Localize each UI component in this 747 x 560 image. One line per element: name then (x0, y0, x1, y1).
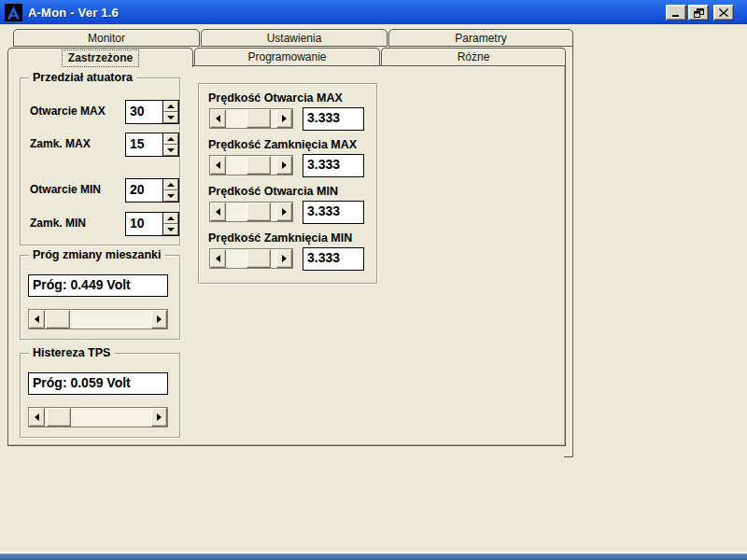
predkosc-zamkniecia-min-scrollbar-track[interactable] (226, 249, 276, 268)
groupbox-prog-zmiany-mieszanki: Próg zmiany mieszanki Próg: 0.449 Volt (20, 255, 180, 340)
arrow-left-icon (216, 255, 220, 262)
application-window: A-Mon - Ver 1.6 Monitor Ustawienia (0, 0, 747, 560)
zamk-max-spin-down-button[interactable] (163, 145, 178, 156)
hysteresis-threshold-field[interactable]: Próg: 0.059 Volt (28, 372, 168, 395)
label-otwarcie-min: Otwarcie MIN (30, 183, 101, 196)
arrow-left-icon (216, 115, 220, 122)
close-button[interactable] (713, 5, 734, 21)
spinedit-zamk-max: 15 (125, 133, 179, 157)
arrow-down-icon (167, 194, 175, 198)
close-icon (719, 8, 728, 17)
tab-zastrzezone-label: Zastrzeżone (63, 50, 138, 66)
spinedit-zamk-min: 10 (125, 212, 179, 236)
predkosc-otwarcia-min-scroll-right-button[interactable] (276, 203, 292, 221)
arrow-left-icon (35, 315, 39, 323)
mixture-scroll-right-button[interactable] (151, 310, 167, 329)
otwarcie-min-input[interactable]: 20 (126, 179, 162, 202)
minimize-button[interactable] (666, 5, 686, 21)
arrow-down-icon (167, 148, 175, 152)
tab-monitor-label: Monitor (88, 32, 125, 45)
otwarcie-max-spin-down-button[interactable] (163, 112, 178, 123)
zamk-min-input[interactable]: 10 (126, 213, 162, 235)
otwarcie-max-input[interactable]: 30 (126, 101, 162, 123)
tab-ustawienia[interactable]: Ustawienia (201, 29, 388, 47)
label-predkosc-otwarcia-max: Prędkość Otwarcia MAX (208, 91, 343, 105)
ghost-page-right-border (572, 47, 573, 456)
predkosc-otwarcia-max-scrollbar (209, 108, 293, 129)
predkosc-otwarcia-max-scrollbar-thumb[interactable] (247, 109, 271, 128)
predkosc-zamkniecia-min-scrollbar-thumb[interactable] (247, 249, 271, 268)
tab-rozne[interactable]: Różne (381, 48, 566, 65)
tab-parametry-label: Parametry (455, 32, 506, 45)
zamk-max-input[interactable]: 15 (126, 133, 162, 156)
zamk-min-spin-down-button[interactable] (163, 224, 178, 235)
predkosc-zamkniecia-max-scrollbar-thumb[interactable] (247, 156, 271, 175)
tab-page-zastrzezone: Przedział atuatora Otwarcie MAX 30 Zamk.… (7, 65, 566, 446)
predkosc-otwarcia-max-scrollbar-track[interactable] (226, 109, 276, 128)
predkosc-otwarcia-min-scroll-left-button[interactable] (210, 203, 226, 221)
predkosc-otwarcia-max-field[interactable]: 3.333 (303, 107, 364, 131)
mixture-scroll-left-button[interactable] (29, 310, 45, 329)
arrow-left-icon (216, 161, 220, 169)
predkosc-otwarcia-min-scrollbar-track[interactable] (226, 203, 276, 221)
mixture-scrollbar-thumb[interactable] (46, 310, 70, 329)
tab-monitor[interactable]: Monitor (13, 29, 200, 47)
zamk-min-spin-up-button[interactable] (163, 213, 178, 224)
app-logo-icon (5, 4, 22, 21)
mixture-threshold-field[interactable]: Próg: 0.449 Volt (28, 274, 168, 297)
predkosc-otwarcia-min-field[interactable]: 3.333 (303, 201, 364, 224)
predkosc-zamkniecia-max-scroll-left-button[interactable] (210, 156, 226, 175)
arrow-left-icon (216, 208, 220, 216)
tab-programowanie-label: Programowanie (247, 50, 326, 63)
minimize-icon (671, 8, 681, 18)
predkosc-zamkniecia-max-scroll-right-button[interactable] (276, 156, 292, 175)
otwarcie-max-spin-up-button[interactable] (163, 101, 178, 112)
predkosc-otwarcia-min-scrollbar-thumb[interactable] (247, 203, 271, 221)
title-bar: A-Mon - Ver 1.6 (0, 0, 747, 24)
mixture-threshold-scrollbar (28, 309, 168, 329)
restore-button[interactable] (688, 5, 709, 21)
arrow-right-icon (157, 413, 162, 421)
predkosc-otwarcia-max-scroll-left-button[interactable] (210, 109, 226, 128)
spinedit-otwarcie-min: 20 (125, 178, 179, 203)
zamk-max-spin-up-button[interactable] (163, 133, 178, 145)
arrow-down-icon (167, 228, 175, 231)
predkosc-zamkniecia-max-field[interactable]: 3.333 (303, 154, 364, 177)
groupbox-histereza-tps-title: Histereza TPS (29, 346, 114, 359)
predkosc-zamkniecia-min-scroll-right-button[interactable] (276, 249, 292, 268)
hysteresis-scrollbar-track[interactable] (45, 408, 151, 427)
predkosc-zamkniecia-min-scroll-left-button[interactable] (210, 249, 226, 268)
ghost-page-bottom-border (564, 456, 573, 457)
predkosc-otwarcia-max-scroll-right-button[interactable] (276, 109, 292, 128)
tab-zastrzezone[interactable]: Zastrzeżone (7, 48, 193, 67)
frame-predkosci: Prędkość Otwarcia MAX 3.333 Prędkość Zam… (198, 83, 377, 284)
label-otwarcie-max: Otwarcie MAX (30, 105, 106, 118)
otwarcie-min-spin-up-button[interactable] (163, 179, 178, 190)
tab-parametry[interactable]: Parametry (388, 29, 573, 47)
window-bottom-edge (0, 552, 747, 560)
ghost-page-highlight (571, 49, 571, 456)
hysteresis-threshold-scrollbar (28, 407, 168, 427)
predkosc-zamkniecia-max-scrollbar-track[interactable] (226, 156, 276, 175)
tab-programowanie[interactable]: Programowanie (194, 48, 380, 65)
predkosc-otwarcia-min-scrollbar (209, 202, 293, 222)
tab-rozne-label: Różne (458, 50, 490, 63)
label-zamk-max: Zamk. MAX (30, 137, 91, 150)
groupbox-przedzial-atuatora: Przedział atuatora Otwarcie MAX 30 Zamk.… (20, 77, 180, 245)
predkosc-zamkniecia-min-field[interactable]: 3.333 (303, 247, 364, 271)
mixture-scrollbar-track[interactable] (45, 310, 151, 329)
predkosc-zamkniecia-max-scrollbar (209, 155, 293, 175)
restore-icon (694, 8, 704, 18)
arrow-right-icon (282, 115, 287, 122)
hysteresis-scrollbar-thumb[interactable] (47, 408, 71, 427)
otwarcie-min-spin-down-button[interactable] (163, 190, 178, 202)
predkosc-zamkniecia-min-scrollbar (209, 248, 293, 269)
hysteresis-scroll-left-button[interactable] (29, 408, 45, 427)
arrow-up-icon (167, 105, 175, 108)
arrow-up-icon (167, 183, 175, 187)
arrow-right-icon (282, 208, 287, 216)
window-controls (664, 5, 734, 21)
arrow-up-icon (167, 217, 175, 220)
hysteresis-scroll-right-button[interactable] (151, 408, 167, 427)
label-predkosc-zamkniecia-min: Prędkość Zamknięcia MIN (208, 231, 352, 245)
